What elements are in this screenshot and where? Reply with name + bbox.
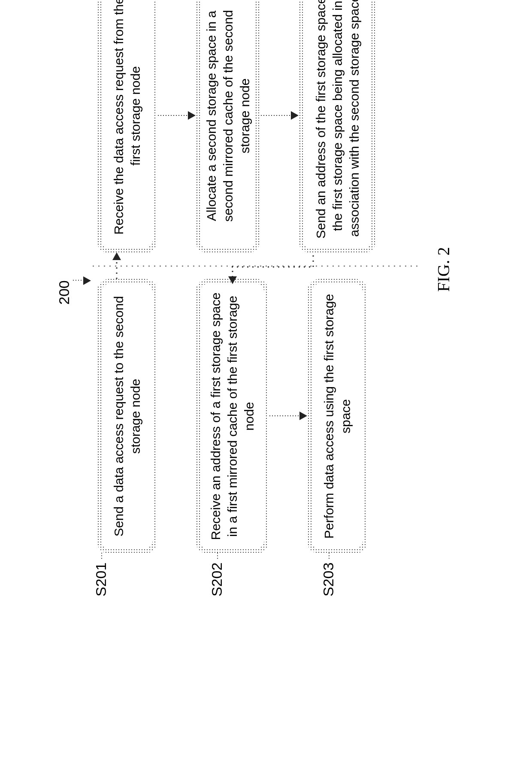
step-s213-text: Send an address of the first storage spa… (303, 0, 372, 249)
step-s211: Receive the data access request from the… (97, 0, 157, 253)
edge-s211-s212-head-icon (188, 111, 196, 120)
s201-tick (100, 553, 103, 560)
step-s212: Allocate a second storage space in a sec… (196, 0, 260, 253)
edge-s213-s202-vert (232, 266, 313, 268)
step-s203: Perform data access using the first stor… (307, 279, 367, 554)
ref-pointer-line (72, 280, 83, 282)
edge-s212-s213-head-icon (291, 111, 299, 120)
step-s202: Receive an address of a first storage sp… (196, 279, 269, 554)
s202-tick (216, 553, 219, 560)
step-s202-text: Receive an address of a first storage sp… (200, 283, 264, 549)
ref-pointer-head-icon (83, 276, 91, 285)
figure-label: FIG. 2 (433, 247, 453, 292)
step-s202-id: S202 (209, 563, 225, 597)
step-s203-text: Perform data access using the first stor… (311, 283, 363, 549)
edge-s202-s203-head-icon (299, 412, 307, 420)
step-s212-text: Allocate a second storage space in a sec… (200, 0, 256, 249)
edge-s212-s213 (260, 114, 291, 117)
edge-s213-s202-start (312, 252, 314, 267)
edge-s211-s212 (157, 114, 188, 117)
edge-s202-s203 (269, 415, 299, 417)
edge-s213-s202-horz (232, 266, 233, 277)
step-s201-text: Send a data access request to the second… (101, 283, 153, 549)
flowchart-200: 200 Send a data access request to the se… (0, 0, 532, 644)
step-s213: Send an address of the first storage spa… (299, 0, 376, 253)
s203-tick (328, 553, 330, 560)
step-s211-text: Receive the data access request from the… (101, 0, 153, 249)
edge-s201-s211-head-icon (112, 252, 121, 260)
diagram-ref-200: 200 (56, 280, 73, 305)
step-s203-id: S203 (320, 563, 337, 597)
step-s201: Send a data access request to the second… (97, 279, 157, 554)
edge-s213-s202-head-icon (228, 276, 237, 284)
step-s201-id: S201 (93, 563, 109, 597)
